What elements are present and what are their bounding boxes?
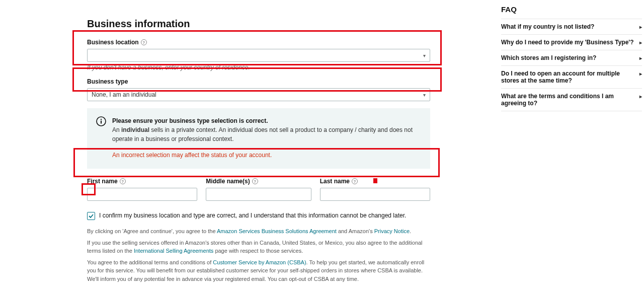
business-type-info-panel: Please ensure your business type selecti…: [87, 108, 430, 169]
faq-item[interactable]: Why do I need to provide my 'Business Ty…: [501, 34, 642, 50]
business-type-select[interactable]: None, I am an individual ▾: [87, 88, 430, 101]
help-icon[interactable]: ?: [120, 178, 126, 184]
info-icon: [96, 116, 106, 160]
chevron-down-icon: ▾: [423, 92, 426, 98]
svg-rect-2: [101, 119, 102, 120]
chevron-right-icon: ▸: [639, 71, 642, 77]
chevron-right-icon: ▸: [639, 55, 642, 61]
csba-link[interactable]: Customer Service by Amazon (CSBA): [213, 259, 306, 265]
business-type-value: None, I am an individual: [92, 91, 156, 98]
last-name-label: Last name: [320, 178, 350, 185]
help-icon[interactable]: ?: [252, 178, 258, 184]
business-location-select[interactable]: ▾: [87, 49, 430, 62]
chevron-down-icon: ▾: [423, 53, 426, 58]
middle-name-label: Middle name(s): [206, 178, 250, 185]
chevron-right-icon: ▸: [639, 94, 642, 99]
faq-item[interactable]: What if my country is not listed?▸: [501, 19, 642, 34]
middle-name-input[interactable]: [206, 188, 311, 201]
first-name-input[interactable]: [87, 188, 197, 201]
intl-selling-link[interactable]: International Selling Agreements: [134, 248, 213, 254]
chevron-right-icon: ▸: [639, 40, 642, 45]
business-location-label: Business location: [87, 39, 139, 46]
first-name-label: First name: [87, 178, 118, 185]
confirm-checkbox[interactable]: [87, 212, 95, 220]
privacy-notice-link[interactable]: Privacy Notice: [374, 228, 410, 234]
help-icon[interactable]: ?: [352, 178, 358, 184]
faq-item[interactable]: Which stores am I registering in?▸: [501, 50, 642, 65]
faq-sidebar: FAQ What if my country is not listed?▸ W…: [501, 5, 642, 111]
business-location-helper: If you don't have a business, enter your…: [87, 64, 439, 71]
confirm-row: I confirm my business location and type …: [87, 212, 439, 220]
info-warning: An incorrect selection may affect the st…: [112, 151, 421, 160]
faq-item[interactable]: Do I need to open an account for multipl…: [501, 65, 642, 88]
name-fields-row: First name ? Middle name(s) ? Last name …: [87, 178, 430, 201]
business-type-label: Business type: [87, 78, 128, 85]
business-type-field: Business type None, I am an individual ▾: [87, 78, 439, 101]
chevron-right-icon: ▸: [639, 24, 642, 30]
agreement-link[interactable]: Amazon Services Business Solutions Agree…: [217, 228, 337, 234]
faq-title: FAQ: [501, 5, 642, 14]
help-icon[interactable]: ?: [141, 39, 147, 45]
last-name-input[interactable]: [320, 188, 430, 201]
business-info-form: Business information Business location ?…: [87, 18, 439, 290]
info-body-text: An individual sells in a private context…: [112, 125, 421, 143]
faq-item[interactable]: What are the terms and conditions I am a…: [501, 88, 642, 111]
confirm-text: I confirm my business location and type …: [99, 212, 406, 219]
page-title: Business information: [87, 18, 439, 30]
info-title: Please ensure your business type selecti…: [112, 116, 421, 125]
svg-rect-1: [101, 121, 102, 124]
business-location-field: Business location ? ▾ If you don't have …: [87, 39, 439, 71]
legal-text: By clicking on 'Agree and continue', you…: [87, 227, 430, 283]
annotation-highlight: [373, 178, 377, 183]
